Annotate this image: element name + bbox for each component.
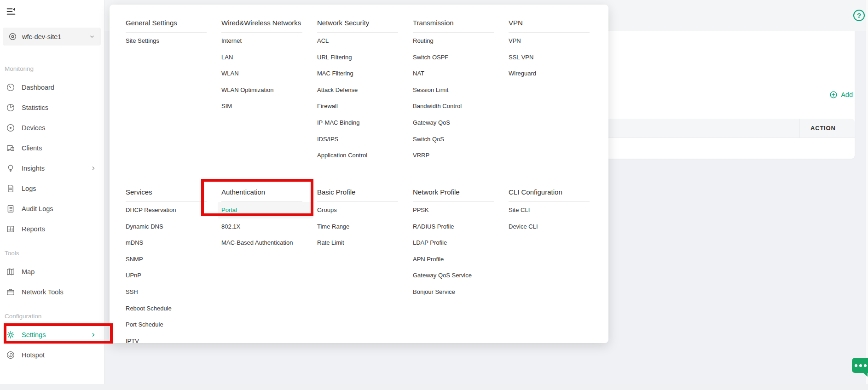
sidebar-item-logs[interactable]: Logs [0,178,104,199]
chevron-right-icon [90,332,97,338]
sidebar-item-reports[interactable]: Reports [0,219,104,239]
menu-column-services: ServicesDHCP ReservationDynamic DNSmDNSS… [126,188,221,349]
menu-item-sim[interactable]: SIM [218,98,313,115]
menu-item-mdns[interactable]: mDNS [122,235,218,251]
menu-column-title: VPN [509,18,590,33]
menu-item-nat[interactable]: NAT [409,65,505,82]
menu-column-wired-wireless-networks: Wired&Wireless NetworksInternetLANWLANWL… [221,18,317,115]
menu-item-acl[interactable]: ACL [313,33,409,49]
menu-column-items: RoutingSwitch OSPFNATSession LimitBandwi… [413,33,509,164]
menu-item-radius-profile[interactable]: RADIUS Profile [409,218,505,235]
menu-item-ppsk[interactable]: PPSK [409,202,505,218]
collapse-sidebar-icon[interactable] [6,6,17,17]
sidebar-item-settings[interactable]: Settings [0,325,104,345]
chevron-down-icon [89,34,95,40]
menu-item-ids-ips[interactable]: IDS/IPS [313,131,409,148]
menu-item-dhcp-reservation[interactable]: DHCP Reservation [122,202,218,218]
sidebar-item-label: Clients [22,144,42,152]
sidebar-item-label: Insights [22,165,45,172]
menu-item-ip-mac-binding[interactable]: IP-MAC Binding [313,115,409,131]
menu-item-time-range[interactable]: Time Range [313,218,409,235]
menu-item-gateway-qos-service[interactable]: Gateway QoS Service [409,267,505,284]
menu-item-groups[interactable]: Groups [313,202,409,218]
add-button[interactable]: Add [829,88,853,101]
menu-row: ServicesDHCP ReservationDynamic DNSmDNSS… [126,188,608,349]
menu-column-items: Site CLIDevice CLI [509,202,604,235]
menu-item-session-limit[interactable]: Session Limit [409,82,505,98]
sidebar-item-label: Dashboard [22,84,54,91]
menu-item-ldap-profile[interactable]: LDAP Profile [409,235,505,251]
menu-column-items: VPNSSL VPNWireguard [509,33,604,82]
menu-item-iptv[interactable]: IPTV [122,333,218,350]
menu-item-site-settings[interactable]: Site Settings [122,33,218,49]
menu-item-bandwidth-control[interactable]: Bandwidth Control [409,98,505,115]
dashboard-icon [6,83,15,92]
vertical-scrollbar[interactable] [866,0,868,390]
menu-column-authentication: AuthenticationPortal802.1XMAC-Based Auth… [221,188,317,251]
menu-item-lan[interactable]: LAN [218,49,313,66]
menu-item-mac-based-authentication[interactable]: MAC-Based Authentication [218,235,313,251]
menu-item-gateway-qos[interactable]: Gateway QoS [409,115,505,131]
menu-item-attack-defense[interactable]: Attack Defense [313,82,409,98]
menu-item-dynamic-dns[interactable]: Dynamic DNS [122,218,218,235]
menu-item-routing[interactable]: Routing [409,33,505,49]
sidebar-item-label: Statistics [22,104,48,111]
menu-column-items: Site Settings [126,33,221,49]
sidebar-item-audit-logs[interactable]: Audit Logs [0,199,104,219]
menu-item-snmp[interactable]: SNMP [122,251,218,268]
sidebar-item-map[interactable]: Map [0,262,104,282]
menu-item-url-filtering[interactable]: URL Filtering [313,49,409,66]
statistics-icon [6,103,15,112]
sidebar-section-monitoring: Monitoring [5,64,104,74]
menu-column-general-settings: General SettingsSite Settings [126,18,221,49]
menu-item-switch-ospf[interactable]: Switch OSPF [409,49,505,66]
menu-item-internet[interactable]: Internet [218,33,313,49]
sidebar-nav: MonitoringDashboardStatisticsDevicesClie… [0,64,104,365]
menu-item-wireguard[interactable]: Wireguard [505,65,601,82]
menu-item-wlan-optimization[interactable]: WLAN Optimization [218,82,313,98]
table-header-action: ACTION [799,119,855,138]
menu-item-firewall[interactable]: Firewall [313,98,409,115]
menu-item-wlan[interactable]: WLAN [218,65,313,82]
sidebar-item-insights[interactable]: Insights [0,158,104,178]
insights-icon [6,164,15,173]
help-icon[interactable]: ? [853,10,865,21]
map-icon [6,267,15,276]
menu-item-rate-limit[interactable]: Rate Limit [313,235,409,251]
horizontal-scrollbar[interactable] [0,384,868,390]
menu-column-items: DHCP ReservationDynamic DNSmDNSSNMPUPnPS… [126,202,221,349]
sidebar-item-hotspot[interactable]: Hotspot [0,345,104,365]
menu-item-802-1x[interactable]: 802.1X [218,218,313,235]
menu-column-title: Authentication [221,188,302,202]
sidebar-item-devices[interactable]: Devices [0,118,104,138]
sidebar-section-configuration: Configuration [5,312,104,321]
menu-item-switch-qos[interactable]: Switch QoS [409,131,505,148]
sidebar-item-label: Audit Logs [22,205,53,212]
sidebar-item-dashboard[interactable]: Dashboard [0,77,104,98]
menu-item-port-schedule[interactable]: Port Schedule [122,316,218,333]
menu-item-upnp[interactable]: UPnP [122,267,218,284]
chevron-right-icon [90,165,97,172]
menu-item-reboot-schedule[interactable]: Reboot Schedule [122,300,218,317]
menu-column-network-profile: Network ProfilePPSKRADIUS ProfileLDAP Pr… [413,188,509,300]
menu-column-items: InternetLANWLANWLAN OptimizationSIM [221,33,317,115]
chat-bubble-icon[interactable] [852,358,868,373]
menu-row: General SettingsSite SettingsWired&Wirel… [126,18,608,188]
menu-item-mac-filtering[interactable]: MAC Filtering [313,65,409,82]
sidebar-item-network-tools[interactable]: Network Tools [0,282,104,302]
site-selector[interactable]: wfc-dev-site1 [3,28,101,46]
menu-item-vpn[interactable]: VPN [505,33,601,49]
menu-item-site-cli[interactable]: Site CLI [505,202,601,218]
menu-item-vrrp[interactable]: VRRP [409,147,505,164]
menu-item-application-control[interactable]: Application Control [313,147,409,164]
menu-item-ssh[interactable]: SSH [122,284,218,300]
menu-item-apn-profile[interactable]: APN Profile [409,251,505,268]
menu-item-ssl-vpn[interactable]: SSL VPN [505,49,601,66]
menu-column-title: Network Profile [413,188,494,202]
menu-item-device-cli[interactable]: Device CLI [505,218,601,235]
menu-item-bonjour-service[interactable]: Bonjour Service [409,284,505,300]
sidebar-item-clients[interactable]: Clients [0,138,104,158]
menu-item-portal[interactable]: Portal [218,202,313,218]
menu-column-title: Wired&Wireless Networks [221,18,302,33]
sidebar-item-statistics[interactable]: Statistics [0,98,104,118]
